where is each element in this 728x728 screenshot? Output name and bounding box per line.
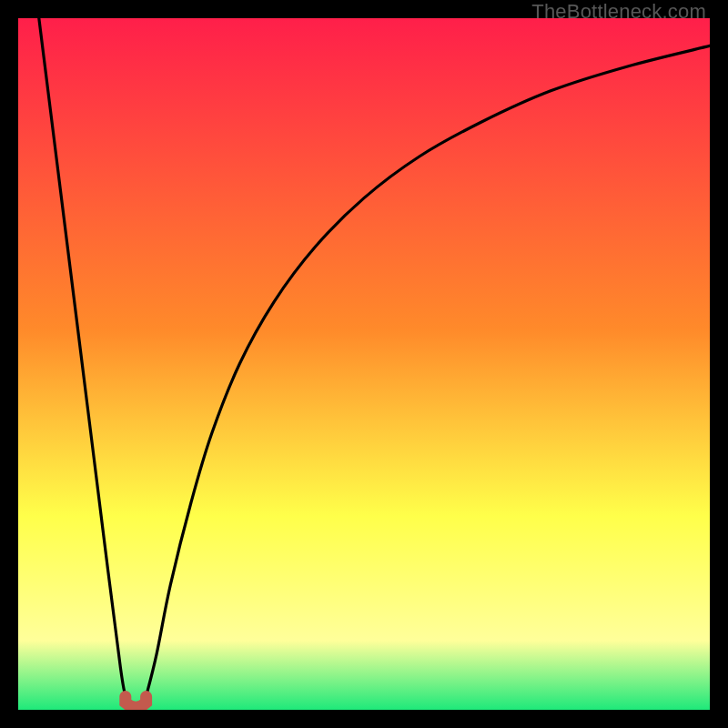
bottleneck-curve	[18, 18, 710, 710]
watermark-label: TheBottleneck.com	[531, 0, 706, 24]
chart-frame: TheBottleneck.com	[0, 0, 728, 728]
curve-right-branch	[143, 46, 710, 706]
curve-left-branch	[39, 18, 129, 706]
plot-area	[18, 18, 710, 710]
minimum-marker	[126, 697, 147, 708]
